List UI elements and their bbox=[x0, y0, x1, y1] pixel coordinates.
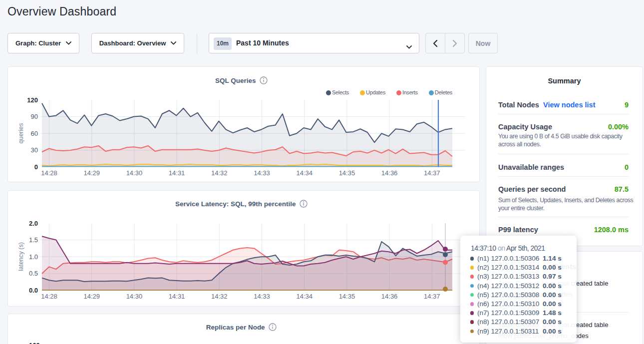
svg-text:14:35: 14:35 bbox=[339, 293, 355, 300]
svg-text:0.5: 0.5 bbox=[29, 270, 38, 277]
svg-text:14:36: 14:36 bbox=[381, 169, 398, 177]
svg-text:14:29: 14:29 bbox=[83, 293, 100, 300]
svg-text:queries: queries bbox=[17, 123, 24, 144]
svg-text:14:28: 14:28 bbox=[41, 169, 57, 177]
svg-text:14:33: 14:33 bbox=[254, 293, 270, 300]
svg-text:14:32: 14:32 bbox=[211, 169, 228, 177]
svg-text:14:33: 14:33 bbox=[254, 169, 270, 177]
svg-text:120: 120 bbox=[27, 96, 38, 104]
svg-text:14:31: 14:31 bbox=[169, 293, 185, 300]
svg-text:14:34: 14:34 bbox=[296, 169, 313, 177]
svg-text:14:35: 14:35 bbox=[339, 169, 355, 177]
svg-text:1.0: 1.0 bbox=[29, 253, 38, 261]
svg-text:60: 60 bbox=[31, 130, 38, 137]
svg-text:14:32: 14:32 bbox=[211, 293, 228, 300]
svg-text:90: 90 bbox=[31, 113, 38, 120]
svg-text:0: 0 bbox=[34, 163, 38, 171]
svg-text:0.0: 0.0 bbox=[29, 287, 38, 294]
svg-text:14:31: 14:31 bbox=[169, 169, 185, 177]
svg-text:latency (s): latency (s) bbox=[17, 242, 24, 271]
svg-text:14:28: 14:28 bbox=[41, 293, 57, 300]
svg-text:14:30: 14:30 bbox=[126, 293, 143, 300]
svg-text:14:30: 14:30 bbox=[126, 169, 143, 177]
svg-text:14:37: 14:37 bbox=[424, 169, 440, 177]
svg-text:14:37: 14:37 bbox=[424, 293, 440, 300]
svg-text:2.0: 2.0 bbox=[29, 220, 38, 227]
svg-text:1.5: 1.5 bbox=[29, 236, 38, 244]
svg-text:14:29: 14:29 bbox=[83, 169, 100, 177]
svg-text:14:36: 14:36 bbox=[381, 293, 398, 300]
svg-text:14:34: 14:34 bbox=[296, 293, 313, 300]
svg-text:30: 30 bbox=[31, 146, 38, 154]
